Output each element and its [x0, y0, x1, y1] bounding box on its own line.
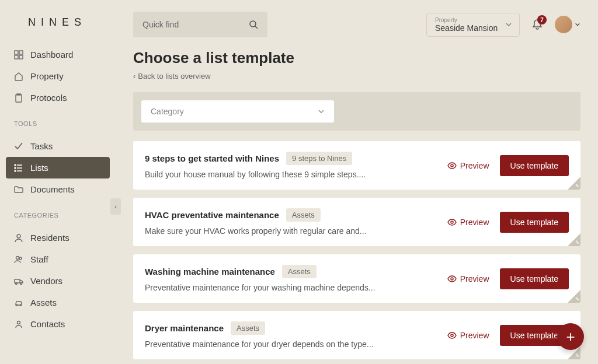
- eye-icon: [447, 161, 457, 170]
- sidebar-item-tasks[interactable]: Tasks: [0, 135, 116, 157]
- svg-rect-1: [19, 51, 23, 54]
- sidebar-item-residents[interactable]: Residents: [0, 227, 116, 249]
- svg-point-13: [16, 256, 19, 259]
- template-head: Dryer maintenance Assets: [145, 321, 447, 335]
- plus-icon: +: [566, 328, 575, 346]
- corner-icon: ✎: [575, 353, 580, 359]
- template-actions: Preview Use template: [447, 268, 569, 289]
- template-tag: Assets: [282, 265, 317, 278]
- preview-button[interactable]: Preview: [447, 161, 489, 170]
- folder-icon: [14, 185, 23, 194]
- nav-label: Vendors: [30, 276, 62, 286]
- avatar: [555, 16, 572, 33]
- clipboard-icon: [14, 93, 23, 103]
- sidebar-item-documents[interactable]: Documents: [0, 178, 116, 200]
- nav-label: Documents: [30, 184, 75, 194]
- chevron-left-icon: ‹: [133, 72, 135, 80]
- sidebar-item-property[interactable]: Property: [0, 65, 116, 87]
- dashboard-icon: [14, 50, 23, 60]
- main-area: Quick find Property Seaside Mansion 7 Ch…: [116, 0, 598, 364]
- svg-point-8: [15, 167, 16, 169]
- search-icon: [249, 20, 258, 29]
- preview-button[interactable]: Preview: [447, 218, 489, 227]
- nav-tools: Tasks Lists Documents: [0, 132, 116, 204]
- template-card: Washing machine maintenance Assets Preve…: [133, 254, 580, 303]
- template-actions: Preview Use template: [447, 325, 569, 346]
- sidebar-item-assets[interactable]: Assets: [0, 292, 116, 313]
- svg-point-20: [18, 321, 20, 324]
- collapse-sidebar-button[interactable]: ‹: [110, 198, 121, 215]
- nav-categories: Residents Staff Vendors Assets Contacts: [0, 223, 116, 338]
- template-info: Washing machine maintenance Assets Preve…: [145, 265, 447, 292]
- sidebar-item-vendors[interactable]: Vendors: [0, 270, 116, 292]
- template-description: Make sure your HVAC works properly with …: [145, 226, 447, 236]
- search-placeholder: Quick find: [142, 20, 179, 29]
- corner-icon: ✎: [575, 240, 580, 246]
- truck-icon: [14, 276, 23, 286]
- sidebar: NINES Dashboard Property Protocols TOOLS…: [0, 0, 116, 364]
- preview-button[interactable]: Preview: [447, 274, 489, 284]
- search-input[interactable]: Quick find: [133, 12, 267, 37]
- template-actions: Preview Use template: [447, 212, 569, 233]
- home-icon: [14, 72, 23, 81]
- list-icon: [14, 163, 23, 173]
- nav-main: Dashboard Property Protocols: [0, 40, 116, 112]
- svg-rect-3: [19, 55, 23, 59]
- template-info: HVAC preventative maintenance Assets Mak…: [145, 208, 447, 236]
- nav-label: Assets: [30, 298, 57, 307]
- template-info: Dryer maintenance Assets Preventative ma…: [145, 321, 447, 349]
- category-select[interactable]: Category: [141, 100, 334, 123]
- sidebar-item-protocols[interactable]: Protocols: [0, 87, 116, 108]
- template-description: Preventative maintenance for your dryer …: [145, 340, 447, 349]
- template-card: 9 steps to get started with Nines 9 step…: [133, 141, 580, 190]
- chevron-down-icon: [505, 21, 512, 28]
- category-placeholder: Category: [151, 107, 184, 116]
- template-card: HVAC preventative maintenance Assets Mak…: [133, 198, 580, 246]
- preview-button[interactable]: Preview: [447, 331, 489, 340]
- template-title: Washing machine maintenance: [145, 267, 275, 276]
- user-menu[interactable]: [555, 16, 580, 33]
- user-icon: [14, 233, 23, 243]
- svg-point-23: [451, 164, 453, 167]
- svg-rect-4: [16, 94, 22, 102]
- use-template-button[interactable]: Use template: [500, 155, 569, 176]
- check-icon: [14, 142, 23, 151]
- template-info: 9 steps to get started with Nines 9 step…: [145, 152, 447, 179]
- back-link[interactable]: ‹ Back to lists overview: [133, 72, 211, 80]
- back-link-text: Back to lists overview: [138, 72, 210, 80]
- template-title: Dryer maintenance: [145, 323, 224, 333]
- use-template-button[interactable]: Use template: [500, 212, 569, 233]
- car-icon: [14, 298, 23, 307]
- users-icon: [14, 255, 23, 264]
- template-head: 9 steps to get started with Nines 9 step…: [145, 152, 447, 165]
- nav-label: Property: [30, 71, 64, 81]
- sidebar-item-lists[interactable]: Lists: [6, 157, 110, 178]
- template-tag: 9 steps to Nines: [286, 152, 352, 165]
- sidebar-item-contacts[interactable]: Contacts: [0, 313, 116, 335]
- svg-point-25: [451, 278, 453, 280]
- nav-label: Staff: [30, 254, 48, 264]
- svg-line-22: [255, 26, 258, 29]
- property-label: Property: [435, 17, 511, 23]
- preview-label: Preview: [460, 161, 489, 170]
- eye-icon: [447, 274, 457, 284]
- topbar: Quick find Property Seaside Mansion 7: [116, 0, 598, 43]
- template-title: 9 steps to get started with Nines: [145, 153, 279, 163]
- template-tag: Assets: [231, 321, 265, 335]
- use-template-button[interactable]: Use template: [500, 268, 569, 289]
- svg-point-17: [20, 282, 22, 284]
- sidebar-item-dashboard[interactable]: Dashboard: [0, 44, 116, 65]
- svg-point-6: [15, 164, 16, 166]
- add-button[interactable]: +: [557, 323, 584, 350]
- property-value: Seaside Mansion: [435, 23, 511, 33]
- sidebar-item-staff[interactable]: Staff: [0, 249, 116, 270]
- chevron-left-icon: ‹: [114, 203, 117, 210]
- notifications-button[interactable]: 7: [531, 19, 543, 30]
- nav-label: Residents: [30, 233, 69, 243]
- preview-label: Preview: [460, 218, 489, 227]
- nav-label: Contacts: [30, 319, 65, 329]
- template-head: Washing machine maintenance Assets: [145, 265, 447, 278]
- chevron-down-icon: [318, 108, 325, 115]
- property-selector[interactable]: Property Seaside Mansion: [426, 13, 520, 37]
- template-head: HVAC preventative maintenance Assets: [145, 208, 447, 222]
